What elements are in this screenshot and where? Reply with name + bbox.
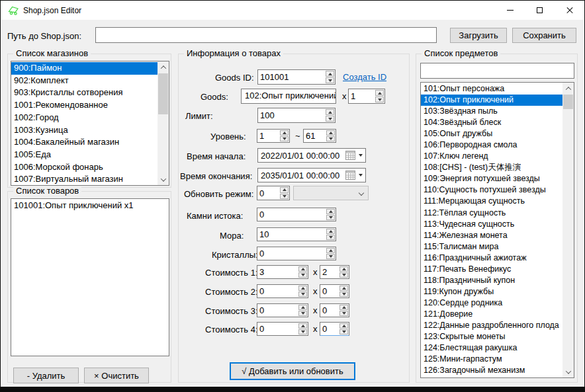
level-max-spinner[interactable]: 61 <box>303 129 336 143</box>
spinner-buttons[interactable] <box>298 266 308 278</box>
spinner-buttons[interactable] <box>326 208 336 221</box>
item-list-item[interactable]: 126:Загадочный механизм <box>421 365 562 376</box>
dropdown-arrow-icon[interactable] <box>359 154 363 157</box>
item-list-item[interactable]: 122:Данные раздробленного плода <box>421 320 562 331</box>
shop-list-item[interactable]: 902:Комплект <box>11 75 158 87</box>
spin-down-icon[interactable] <box>298 292 307 297</box>
item-list-item[interactable]: 111:Мерцающая сущность <box>421 196 562 207</box>
maximize-button[interactable] <box>525 1 555 20</box>
minimize-button[interactable] <box>495 1 525 20</box>
spinner-buttons[interactable] <box>326 228 336 241</box>
item-list-item[interactable]: 119:Купон дружбы <box>421 286 562 297</box>
scroll-down-icon[interactable] <box>158 174 169 185</box>
spin-down-icon[interactable] <box>339 292 348 297</box>
spin-down-icon[interactable] <box>298 311 307 316</box>
spin-up-icon[interactable] <box>298 286 307 291</box>
item-list-item[interactable]: 117:Печать Венефикус <box>421 264 562 275</box>
spinner-buttons[interactable] <box>375 89 384 103</box>
spinner-buttons[interactable] <box>339 285 349 297</box>
cost1-item-spinner[interactable]: 3 <box>257 265 308 279</box>
item-list-item[interactable]: 107:Ключ легенд <box>421 151 562 162</box>
item-list-item[interactable]: 110:Сущность потухшей звезды <box>421 184 562 196</box>
end-time-picker[interactable]: 2035/01/01 00:00:00 <box>257 168 366 182</box>
spin-up-icon[interactable] <box>298 323 307 329</box>
spinner-buttons[interactable] <box>339 304 349 317</box>
level-min-spinner[interactable]: 1 <box>257 129 290 143</box>
spin-up-icon[interactable] <box>280 187 289 193</box>
goods-list-item[interactable]: 101001:Опыт приключений x1 <box>11 200 169 212</box>
spin-down-icon[interactable] <box>326 116 334 122</box>
path-input[interactable] <box>95 27 437 43</box>
spin-up-icon[interactable] <box>298 266 307 272</box>
item-search-input[interactable] <box>420 63 574 79</box>
spinner-buttons[interactable] <box>339 266 349 278</box>
item-list-item[interactable]: 123:Скрытые монеты <box>421 331 562 342</box>
spin-up-icon[interactable] <box>326 130 335 136</box>
close-button[interactable] <box>555 1 584 20</box>
title-bar[interactable]: Shop.json Editor <box>1 1 584 20</box>
spin-up-icon[interactable] <box>326 71 334 77</box>
goods-input[interactable]: 102:Опыт приключений <box>241 89 336 104</box>
item-list-item[interactable]: 102:Опыт приключений <box>421 95 562 106</box>
spin-up-icon[interactable] <box>326 229 335 234</box>
clear-button[interactable]: × Очистить <box>84 368 149 383</box>
goods-count-spinner[interactable]: 1 <box>348 89 385 104</box>
item-list-item[interactable]: 124:Блестящая ракушка <box>421 342 562 354</box>
load-button[interactable]: Загрузить <box>450 28 507 43</box>
spinner-buttons[interactable] <box>279 186 289 200</box>
add-or-update-button[interactable]: √ Добавить или обновить <box>230 362 355 380</box>
scroll-up-icon[interactable] <box>158 61 169 73</box>
shop-list-item[interactable]: 1007:Виртуальный магазин <box>11 173 158 186</box>
spin-down-icon[interactable] <box>280 194 289 200</box>
spinner-buttons[interactable] <box>279 130 289 142</box>
item-list-item[interactable]: 101:Опыт персонажа <box>421 83 562 95</box>
scroll-down-icon[interactable] <box>562 366 574 377</box>
item-list-item[interactable]: 115:Талисман мира <box>421 241 562 253</box>
item-listbox[interactable]: 101:Опыт персонажа102:Опыт приключений10… <box>420 82 574 378</box>
scrollbar-thumb[interactable] <box>158 73 168 114</box>
spinner-buttons[interactable] <box>298 285 308 297</box>
spinner-buttons[interactable] <box>326 247 336 260</box>
shop-list-scrollbar[interactable] <box>158 61 169 185</box>
item-list-item[interactable]: 120:Сердце родника <box>421 297 562 309</box>
item-list-item[interactable]: 105:Опыт дружбы <box>421 128 562 139</box>
item-list-item[interactable]: 121:Доверие <box>421 309 562 320</box>
spin-down-icon[interactable] <box>326 77 334 83</box>
spin-down-icon[interactable] <box>339 329 348 334</box>
spin-down-icon[interactable] <box>339 272 348 278</box>
spin-up-icon[interactable] <box>280 130 289 136</box>
spin-down-icon[interactable] <box>298 272 307 278</box>
cost4-item-spinner[interactable]: 0 <box>257 322 308 336</box>
spin-up-icon[interactable] <box>326 209 335 214</box>
item-list-item[interactable]: 109:Энергия потухшей звезды <box>421 173 562 184</box>
shop-list-item[interactable]: 1006:Морской фонарь <box>11 161 158 174</box>
spinner-buttons[interactable] <box>339 323 349 335</box>
primogem-spinner[interactable]: 0 <box>257 208 336 221</box>
item-list-item[interactable]: 106:Первородная смола <box>421 139 562 151</box>
scrollbar-thumb[interactable] <box>563 95 573 109</box>
spin-down-icon[interactable] <box>280 136 289 141</box>
shop-list-item[interactable]: 1002:Город <box>11 112 158 124</box>
spinner-buttons[interactable] <box>325 70 335 84</box>
cost3-count-spinner[interactable]: 0 <box>320 303 349 317</box>
shop-list-item[interactable]: 1001:Рекомендованное <box>11 99 158 112</box>
delete-button[interactable]: - Удалить <box>13 368 79 383</box>
shop-list-item[interactable]: 1005:Еда <box>11 149 158 161</box>
shop-list-item[interactable]: 903:Кристаллы сотворения <box>11 87 158 99</box>
spinner-buttons[interactable] <box>325 108 335 122</box>
refresh-mode-combobox[interactable] <box>293 186 369 200</box>
spin-up-icon[interactable] <box>326 248 335 253</box>
limit-spinner[interactable]: 100 <box>257 108 336 123</box>
spinner-buttons[interactable] <box>298 323 308 335</box>
cost4-count-spinner[interactable]: 0 <box>320 322 349 336</box>
create-id-link[interactable]: Создать ID <box>343 72 386 82</box>
spin-up-icon[interactable] <box>339 266 348 272</box>
shop-listbox[interactable]: 900:Паймон902:Комплект903:Кристаллы сотв… <box>11 61 169 186</box>
spinner-buttons[interactable] <box>326 130 336 142</box>
crystal-spinner[interactable]: 0 <box>257 247 336 260</box>
cost2-count-spinner[interactable]: 0 <box>320 284 349 298</box>
save-button[interactable]: Сохранить <box>512 28 576 43</box>
dropdown-arrow-icon[interactable] <box>359 174 363 176</box>
item-list-item[interactable]: 103:Звёздная пыль <box>421 106 562 117</box>
spin-up-icon[interactable] <box>298 305 307 310</box>
